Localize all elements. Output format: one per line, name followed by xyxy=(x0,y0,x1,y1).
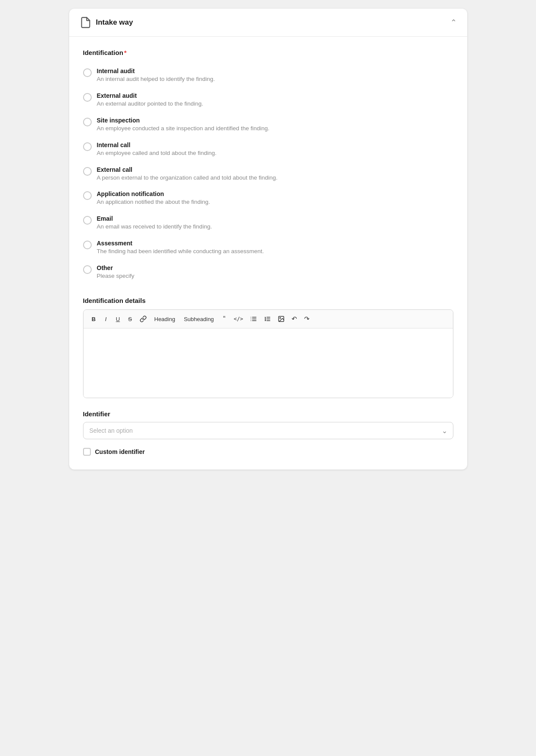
toolbar-bold[interactable]: B xyxy=(89,313,99,325)
custom-identifier-checkbox[interactable] xyxy=(83,448,91,456)
card-body: Identification* Internal audit An intern… xyxy=(69,37,467,470)
identification-radio-group: Internal audit An internal audit helped … xyxy=(83,63,453,285)
rich-editor[interactable]: B I U S Heading Subheading “ </> xyxy=(83,309,453,398)
radio-external-audit[interactable] xyxy=(83,93,92,102)
toolbar-subheading[interactable]: Subheading xyxy=(180,313,217,325)
radio-item-external-audit: External audit An external auditor point… xyxy=(83,88,453,113)
radio-site-inspection[interactable] xyxy=(83,118,92,126)
radio-desc-external-call: A person external to the organization ca… xyxy=(97,174,278,182)
toolbar-redo[interactable]: ↷ xyxy=(302,313,312,325)
identifier-section: Identifier Select an option ⌄ xyxy=(83,410,453,439)
radio-label-email: Email xyxy=(97,215,212,222)
radio-desc-email: An email was received to identify the fi… xyxy=(97,223,212,231)
identifier-select[interactable]: Select an option xyxy=(83,422,453,439)
identification-details-label: Identification details xyxy=(83,297,453,304)
radio-external-call[interactable] xyxy=(83,167,92,176)
toolbar-unordered-list[interactable] xyxy=(247,313,260,325)
radio-internal-audit[interactable] xyxy=(83,68,92,77)
radio-label-site-inspection: Site inspection xyxy=(97,117,270,124)
radio-item-site-inspection: Site inspection An employee conducted a … xyxy=(83,113,453,137)
toolbar-code[interactable]: </> xyxy=(231,313,246,325)
radio-desc-site-inspection: An employee conducted a site inspection … xyxy=(97,125,270,133)
radio-application-notification[interactable] xyxy=(83,191,92,200)
radio-internal-call[interactable] xyxy=(83,142,92,151)
toolbar-underline[interactable]: U xyxy=(113,313,123,325)
collapse-icon[interactable]: ⌃ xyxy=(450,18,457,27)
editor-content-area[interactable] xyxy=(83,328,453,398)
custom-identifier-row: Custom identifier xyxy=(83,448,453,456)
radio-desc-internal-call: An employee called and told about the fi… xyxy=(97,149,217,158)
document-icon xyxy=(80,16,92,29)
radio-item-email: Email An email was received to identify … xyxy=(83,211,453,235)
radio-item-internal-audit: Internal audit An internal audit helped … xyxy=(83,63,453,88)
radio-desc-external-audit: An external auditor pointed to the findi… xyxy=(97,100,203,108)
toolbar-ordered-list[interactable] xyxy=(261,313,273,325)
radio-label-internal-call: Internal call xyxy=(97,142,217,148)
radio-item-assessment: Assessment The finding had been identifi… xyxy=(83,235,453,260)
radio-item-other: Other Please specify xyxy=(83,260,453,285)
radio-desc-assessment: The finding had been identified while co… xyxy=(97,248,264,256)
identifier-label: Identifier xyxy=(83,410,453,418)
radio-label-assessment: Assessment xyxy=(97,240,264,247)
identification-label: Identification* xyxy=(83,49,453,56)
toolbar-undo[interactable]: ↶ xyxy=(289,313,300,325)
radio-label-external-audit: External audit xyxy=(97,92,203,99)
intake-way-card: Intake way ⌃ Identification* Internal au… xyxy=(69,9,467,470)
custom-identifier-label: Custom identifier xyxy=(95,448,145,455)
toolbar-heading[interactable]: Heading xyxy=(151,313,179,325)
radio-label-application-notification: Application notification xyxy=(97,190,210,197)
radio-other[interactable] xyxy=(83,265,92,274)
radio-desc-other: Please specify xyxy=(97,272,135,280)
radio-item-external-call: External call A person external to the o… xyxy=(83,162,453,187)
toolbar-strikethrough[interactable]: S xyxy=(125,313,135,325)
toolbar-italic[interactable]: I xyxy=(101,313,111,325)
toolbar-image[interactable] xyxy=(275,313,287,325)
radio-email[interactable] xyxy=(83,216,92,225)
radio-label-other: Other xyxy=(97,264,135,271)
editor-toolbar: B I U S Heading Subheading “ </> xyxy=(83,310,453,328)
required-star: * xyxy=(124,49,127,56)
radio-item-internal-call: Internal call An employee called and tol… xyxy=(83,137,453,162)
toolbar-quote[interactable]: “ xyxy=(219,313,229,325)
svg-point-10 xyxy=(280,318,281,318)
card-header-left: Intake way xyxy=(80,16,133,29)
radio-assessment[interactable] xyxy=(83,241,92,249)
card-title: Intake way xyxy=(96,18,133,27)
identifier-select-wrapper: Select an option ⌄ xyxy=(83,422,453,439)
radio-desc-application-notification: An application notified the about the fi… xyxy=(97,198,210,206)
card-header: Intake way ⌃ xyxy=(69,9,467,37)
toolbar-link[interactable] xyxy=(137,313,149,325)
radio-item-application-notification: Application notification An application … xyxy=(83,186,453,211)
radio-label-internal-audit: Internal audit xyxy=(97,68,215,74)
radio-label-external-call: External call xyxy=(97,166,278,173)
radio-desc-internal-audit: An internal audit helped to identify the… xyxy=(97,75,215,84)
